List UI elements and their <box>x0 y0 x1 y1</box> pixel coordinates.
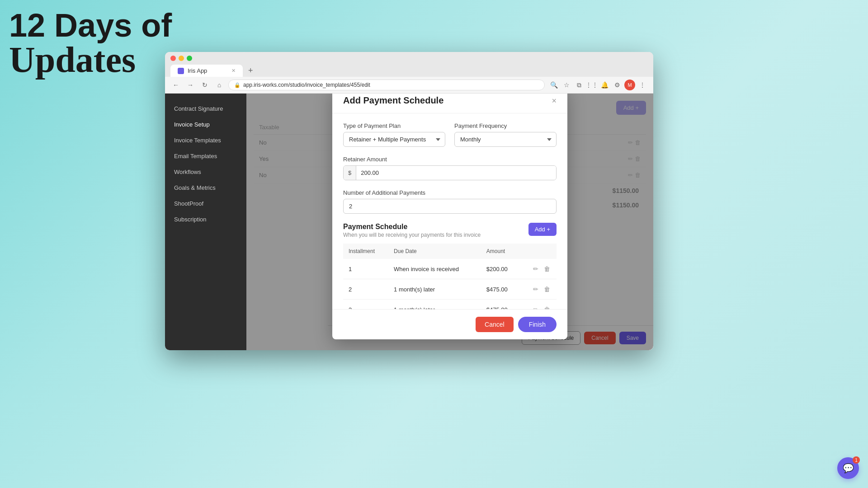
address-bar[interactable]: 🔒 app.iris-works.com/studio/invoice_temp… <box>228 80 545 90</box>
col-actions <box>520 244 557 259</box>
due-date-3: 1 month(s) later <box>388 300 481 310</box>
close-window-btn[interactable] <box>170 56 176 61</box>
settings-icon[interactable]: ⚙ <box>612 80 623 90</box>
schedule-section-subtitle: When you will be receiving your payments… <box>343 232 481 238</box>
modal-overlay: Add Payment Schedule × Type of Payment P… <box>246 94 653 350</box>
modal-close-button[interactable]: × <box>552 97 557 105</box>
sidebar-item-invoice-setup[interactable]: Invoice Setup <box>165 117 246 132</box>
tab-label: Iris App <box>188 67 207 74</box>
retainer-prefix: $ <box>344 166 356 180</box>
payment-plan-select[interactable]: Retainer + Multiple Payments Single Paym… <box>343 132 445 147</box>
delete-schedule-3[interactable]: 🗑 <box>543 305 551 309</box>
actions-2: ✏ 🗑 <box>520 279 557 300</box>
new-tab-button[interactable]: + <box>245 66 257 75</box>
refresh-button[interactable]: ↻ <box>199 80 210 90</box>
amount-2: $475.00 <box>481 279 520 300</box>
due-date-2: 1 month(s) later <box>388 279 481 300</box>
payment-frequency-select[interactable]: Weekly Monthly Quarterly <box>454 132 557 147</box>
payment-frequency-label: Payment Frequency <box>454 122 557 129</box>
schedule-section-titles: Payment Schedule When you will be receiv… <box>343 223 481 238</box>
add-schedule-button[interactable]: Add + <box>528 223 557 236</box>
installment-1: 1 <box>343 259 388 279</box>
sidebar-item-shootproof[interactable]: ShootProof <box>165 196 246 211</box>
home-button[interactable]: ⌂ <box>214 80 225 90</box>
num-payments-input[interactable] <box>343 199 557 214</box>
edit-schedule-1[interactable]: ✏ <box>532 264 539 273</box>
tab-favicon <box>178 68 184 74</box>
retainer-amount-input[interactable] <box>356 166 556 180</box>
schedule-section-title: Payment Schedule <box>343 223 481 231</box>
edit-schedule-2[interactable]: ✏ <box>532 285 539 294</box>
schedule-row-3: 3 1 month(s) later $475.00 ✏ 🗑 <box>343 300 557 310</box>
modal-title: Add Payment Schedule <box>343 95 443 106</box>
due-date-1: When invoice is received <box>388 259 481 279</box>
app-content: Contract Signature Invoice Setup Invoice… <box>165 94 653 350</box>
actions-1: ✏ 🗑 <box>520 259 557 279</box>
url-text: app.iris-works.com/studio/invoice_templa… <box>243 82 370 88</box>
sidebar-item-email-templates[interactable]: Email Templates <box>165 148 246 164</box>
retainer-amount-label: Retainer Amount <box>343 156 557 163</box>
grid-icon[interactable]: ⋮⋮ <box>586 80 597 90</box>
tab-close-icon[interactable]: ✕ <box>231 68 236 74</box>
maximize-window-btn[interactable] <box>187 56 192 61</box>
installment-2: 2 <box>343 279 388 300</box>
sidebar-item-contract-signature[interactable]: Contract Signature <box>165 101 246 117</box>
security-icon: 🔒 <box>234 82 241 88</box>
payment-schedule-section: Payment Schedule When you will be receiv… <box>343 223 557 309</box>
amount-1: $200.00 <box>481 259 520 279</box>
payment-plan-label: Type of Payment Plan <box>343 122 445 129</box>
schedule-row-2: 2 1 month(s) later $475.00 ✏ 🗑 <box>343 279 557 300</box>
zoom-icon[interactable]: 🔍 <box>548 80 559 90</box>
bookmark-icon[interactable]: ☆ <box>561 80 572 90</box>
delete-schedule-2[interactable]: 🗑 <box>543 285 551 294</box>
modal-cancel-button[interactable]: Cancel <box>476 317 514 332</box>
avatar[interactable]: M <box>624 80 635 90</box>
delete-schedule-1[interactable]: 🗑 <box>543 264 551 273</box>
main-area: Add + Taxable No ✏ 🗑 <box>246 94 653 350</box>
minimize-window-btn[interactable] <box>179 56 184 61</box>
schedule-row-1: 1 When invoice is received $200.00 ✏ 🗑 <box>343 259 557 279</box>
extensions-icon[interactable]: ⧉ <box>574 80 585 90</box>
amount-3: $475.00 <box>481 300 520 310</box>
col-due-date: Due Date <box>388 244 481 259</box>
chat-bubble[interactable]: 💬 1 <box>837 457 859 479</box>
sidebar-item-goals-metrics[interactable]: Goals & Metrics <box>165 180 246 196</box>
active-tab[interactable]: Iris App ✕ <box>170 65 243 77</box>
retainer-input-wrapper: $ <box>343 165 557 180</box>
form-row-1: Type of Payment Plan Retainer + Multiple… <box>343 122 557 147</box>
sidebar: Contract Signature Invoice Setup Invoice… <box>165 94 246 350</box>
form-group-payment-plan: Type of Payment Plan Retainer + Multiple… <box>343 122 445 147</box>
col-amount: Amount <box>481 244 520 259</box>
edit-schedule-3[interactable]: ✏ <box>532 305 539 309</box>
add-payment-schedule-modal: Add Payment Schedule × Type of Payment P… <box>332 94 567 339</box>
forward-button[interactable]: → <box>185 80 196 90</box>
browser-toolbar: ← → ↻ ⌂ 🔒 app.iris-works.com/studio/invo… <box>165 77 653 94</box>
sidebar-item-subscription[interactable]: Subscription <box>165 211 246 227</box>
menu-icon[interactable]: ⋮ <box>637 80 648 90</box>
window-controls <box>170 56 648 61</box>
schedule-section-header: Payment Schedule When you will be receiv… <box>343 223 557 238</box>
sidebar-item-workflows[interactable]: Workflows <box>165 164 246 180</box>
modal-finish-button[interactable]: Finish <box>518 317 557 332</box>
form-group-num-payments: Number of Additional Payments <box>343 189 557 214</box>
browser-tabs: Iris App ✕ + <box>170 65 648 77</box>
modal-header: Add Payment Schedule × <box>332 94 567 113</box>
sidebar-item-invoice-templates[interactable]: Invoice Templates <box>165 132 246 148</box>
browser-chrome: Iris App ✕ + <box>165 52 653 77</box>
num-payments-label: Number of Additional Payments <box>343 189 557 196</box>
modal-footer: Cancel Finish <box>332 309 567 339</box>
actions-3: ✏ 🗑 <box>520 300 557 310</box>
chat-badge: 1 <box>853 456 860 464</box>
installment-3: 3 <box>343 300 388 310</box>
toolbar-actions: 🔍 ☆ ⧉ ⋮⋮ 🔔 ⚙ M ⋮ <box>548 80 648 90</box>
back-button[interactable]: ← <box>170 80 181 90</box>
form-group-payment-frequency: Payment Frequency Weekly Monthly Quarter… <box>454 122 557 147</box>
modal-body: Type of Payment Plan Retainer + Multiple… <box>332 113 567 309</box>
form-group-retainer: Retainer Amount $ <box>343 156 557 180</box>
notifications-icon[interactable]: 🔔 <box>599 80 610 90</box>
col-installment: Installment <box>343 244 388 259</box>
browser-window: Iris App ✕ + ← → ↻ ⌂ 🔒 app.iris-works.co… <box>165 52 653 350</box>
schedule-table: Installment Due Date Amount 1 <box>343 244 557 309</box>
